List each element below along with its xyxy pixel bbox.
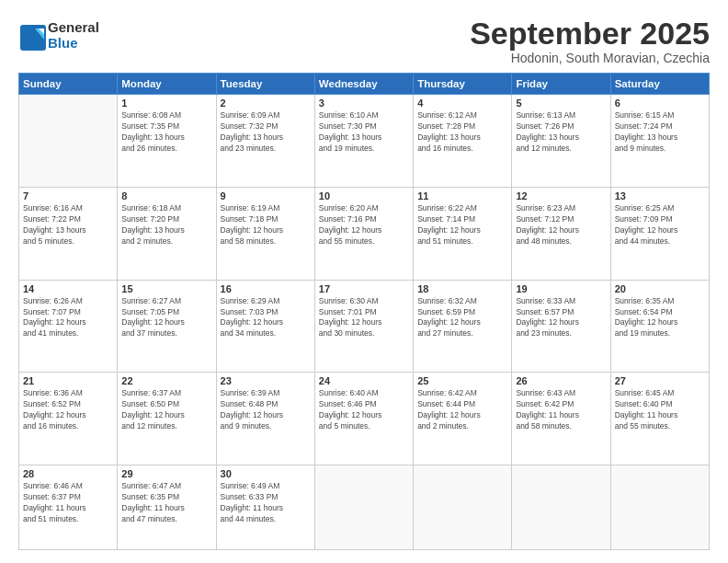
day-info: Sunrise: 6:20 AM Sunset: 7:16 PM Dayligh… xyxy=(319,203,409,247)
day-number: 30 xyxy=(221,468,311,479)
table-row: 22Sunrise: 6:37 AM Sunset: 6:50 PM Dayli… xyxy=(118,373,216,465)
day-info: Sunrise: 6:46 AM Sunset: 6:37 PM Dayligh… xyxy=(23,481,113,525)
table-row: 24Sunrise: 6:40 AM Sunset: 6:46 PM Dayli… xyxy=(314,373,413,465)
day-number: 9 xyxy=(221,190,311,201)
day-info: Sunrise: 6:35 AM Sunset: 6:54 PM Dayligh… xyxy=(615,296,705,340)
table-row: 19Sunrise: 6:33 AM Sunset: 6:57 PM Dayli… xyxy=(512,280,610,373)
day-number: 21 xyxy=(23,375,113,386)
table-row: 27Sunrise: 6:45 AM Sunset: 6:40 PM Dayli… xyxy=(610,373,709,465)
day-number: 23 xyxy=(221,375,311,386)
table-row: 14Sunrise: 6:26 AM Sunset: 7:07 PM Dayli… xyxy=(19,280,118,373)
col-friday: Friday xyxy=(512,74,610,95)
table-row xyxy=(610,465,709,549)
day-number: 12 xyxy=(516,190,606,201)
table-row xyxy=(414,465,512,549)
table-row: 11Sunrise: 6:22 AM Sunset: 7:14 PM Dayli… xyxy=(414,188,512,281)
calendar: Sunday Monday Tuesday Wednesday Thursday… xyxy=(18,73,710,550)
day-number: 2 xyxy=(221,98,311,109)
day-number: 24 xyxy=(319,375,409,386)
day-info: Sunrise: 6:09 AM Sunset: 7:32 PM Dayligh… xyxy=(221,110,311,155)
table-row: 26Sunrise: 6:43 AM Sunset: 6:42 PM Dayli… xyxy=(512,373,610,465)
col-thursday: Thursday xyxy=(414,74,512,95)
table-row: 23Sunrise: 6:39 AM Sunset: 6:48 PM Dayli… xyxy=(216,373,314,465)
day-info: Sunrise: 6:13 AM Sunset: 7:26 PM Dayligh… xyxy=(516,110,606,155)
table-row: 3Sunrise: 6:10 AM Sunset: 7:30 PM Daylig… xyxy=(314,95,413,188)
table-row: 16Sunrise: 6:29 AM Sunset: 7:03 PM Dayli… xyxy=(216,280,314,373)
logo-text: General Blue xyxy=(48,20,99,51)
logo-line1: General xyxy=(48,20,99,36)
day-info: Sunrise: 6:16 AM Sunset: 7:22 PM Dayligh… xyxy=(23,203,113,247)
day-number: 4 xyxy=(417,98,507,109)
day-info: Sunrise: 6:18 AM Sunset: 7:20 PM Dayligh… xyxy=(121,203,211,247)
table-row: 1Sunrise: 6:08 AM Sunset: 7:35 PM Daylig… xyxy=(118,95,216,188)
day-number: 29 xyxy=(121,468,211,479)
day-number: 14 xyxy=(23,283,113,294)
day-number: 6 xyxy=(615,98,705,109)
day-info: Sunrise: 6:25 AM Sunset: 7:09 PM Dayligh… xyxy=(615,203,705,247)
table-row xyxy=(314,465,413,549)
table-row: 18Sunrise: 6:32 AM Sunset: 6:59 PM Dayli… xyxy=(414,280,512,373)
day-number: 7 xyxy=(23,190,113,201)
day-info: Sunrise: 6:49 AM Sunset: 6:33 PM Dayligh… xyxy=(221,481,311,525)
day-number: 25 xyxy=(417,375,507,386)
day-info: Sunrise: 6:12 AM Sunset: 7:28 PM Dayligh… xyxy=(417,110,507,155)
day-info: Sunrise: 6:30 AM Sunset: 7:01 PM Dayligh… xyxy=(319,296,409,340)
table-row xyxy=(512,465,610,549)
col-tuesday: Tuesday xyxy=(216,74,314,95)
day-number: 28 xyxy=(23,468,113,479)
day-info: Sunrise: 6:29 AM Sunset: 7:03 PM Dayligh… xyxy=(221,296,311,340)
day-number: 17 xyxy=(319,283,409,294)
table-row: 17Sunrise: 6:30 AM Sunset: 7:01 PM Dayli… xyxy=(314,280,413,373)
day-info: Sunrise: 6:32 AM Sunset: 6:59 PM Dayligh… xyxy=(417,296,507,340)
table-row: 13Sunrise: 6:25 AM Sunset: 7:09 PM Dayli… xyxy=(610,188,709,281)
day-info: Sunrise: 6:40 AM Sunset: 6:46 PM Dayligh… xyxy=(319,388,409,432)
header-row: Sunday Monday Tuesday Wednesday Thursday… xyxy=(19,74,710,95)
table-row: 6Sunrise: 6:15 AM Sunset: 7:24 PM Daylig… xyxy=(610,95,709,188)
table-row xyxy=(19,95,118,188)
day-info: Sunrise: 6:47 AM Sunset: 6:35 PM Dayligh… xyxy=(121,481,211,525)
day-info: Sunrise: 6:23 AM Sunset: 7:12 PM Dayligh… xyxy=(516,203,606,247)
col-sunday: Sunday xyxy=(19,74,118,95)
table-row: 25Sunrise: 6:42 AM Sunset: 6:44 PM Dayli… xyxy=(414,373,512,465)
day-number: 3 xyxy=(319,98,409,109)
table-row: 21Sunrise: 6:36 AM Sunset: 6:52 PM Dayli… xyxy=(19,373,118,465)
col-saturday: Saturday xyxy=(610,74,709,95)
day-info: Sunrise: 6:43 AM Sunset: 6:42 PM Dayligh… xyxy=(516,388,606,432)
logo: General Blue xyxy=(18,20,99,51)
day-number: 8 xyxy=(121,190,211,201)
header: General Blue September 2025 Hodonin, Sou… xyxy=(18,17,710,65)
day-number: 13 xyxy=(615,190,705,201)
day-number: 27 xyxy=(615,375,705,386)
day-info: Sunrise: 6:27 AM Sunset: 7:05 PM Dayligh… xyxy=(121,296,211,340)
day-number: 5 xyxy=(516,98,606,109)
table-row: 7Sunrise: 6:16 AM Sunset: 7:22 PM Daylig… xyxy=(19,188,118,281)
day-info: Sunrise: 6:36 AM Sunset: 6:52 PM Dayligh… xyxy=(23,388,113,432)
day-number: 16 xyxy=(221,283,311,294)
table-row: 12Sunrise: 6:23 AM Sunset: 7:12 PM Dayli… xyxy=(512,188,610,281)
table-row: 30Sunrise: 6:49 AM Sunset: 6:33 PM Dayli… xyxy=(216,465,314,549)
table-row: 4Sunrise: 6:12 AM Sunset: 7:28 PM Daylig… xyxy=(414,95,512,188)
table-row: 28Sunrise: 6:46 AM Sunset: 6:37 PM Dayli… xyxy=(19,465,118,549)
page: General Blue September 2025 Hodonin, Sou… xyxy=(0,0,728,563)
logo-icon xyxy=(18,23,44,49)
day-number: 11 xyxy=(417,190,507,201)
day-info: Sunrise: 6:39 AM Sunset: 6:48 PM Dayligh… xyxy=(221,388,311,432)
logo-line2: Blue xyxy=(48,36,99,52)
table-row: 8Sunrise: 6:18 AM Sunset: 7:20 PM Daylig… xyxy=(118,188,216,281)
table-row: 5Sunrise: 6:13 AM Sunset: 7:26 PM Daylig… xyxy=(512,95,610,188)
month-title: September 2025 xyxy=(470,17,710,51)
day-number: 22 xyxy=(121,375,211,386)
day-info: Sunrise: 6:33 AM Sunset: 6:57 PM Dayligh… xyxy=(516,296,606,340)
day-info: Sunrise: 6:37 AM Sunset: 6:50 PM Dayligh… xyxy=(121,388,211,432)
day-number: 19 xyxy=(516,283,606,294)
day-info: Sunrise: 6:15 AM Sunset: 7:24 PM Dayligh… xyxy=(615,110,705,155)
day-number: 10 xyxy=(319,190,409,201)
day-number: 18 xyxy=(417,283,507,294)
table-row: 9Sunrise: 6:19 AM Sunset: 7:18 PM Daylig… xyxy=(216,188,314,281)
day-info: Sunrise: 6:45 AM Sunset: 6:40 PM Dayligh… xyxy=(615,388,705,432)
table-row: 29Sunrise: 6:47 AM Sunset: 6:35 PM Dayli… xyxy=(118,465,216,549)
table-row: 2Sunrise: 6:09 AM Sunset: 7:32 PM Daylig… xyxy=(216,95,314,188)
day-info: Sunrise: 6:08 AM Sunset: 7:35 PM Dayligh… xyxy=(121,110,211,155)
table-row: 15Sunrise: 6:27 AM Sunset: 7:05 PM Dayli… xyxy=(118,280,216,373)
day-number: 20 xyxy=(615,283,705,294)
